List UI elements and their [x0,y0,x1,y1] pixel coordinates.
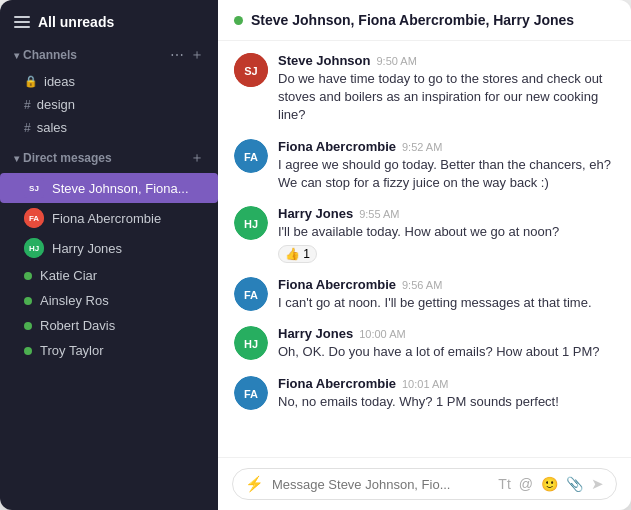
send-icon[interactable]: ➤ [591,475,604,493]
dm-item-ainsley[interactable]: Ainsley Ros [0,288,218,313]
lock-icon: 🔒 [24,75,38,88]
msg-time-4: 9:56 AM [402,279,442,291]
msg-text-1: Do we have time today to go to the store… [278,70,615,125]
dm-name-robert: Robert Davis [40,318,115,333]
dm-item-robert[interactable]: Robert Davis [0,313,218,338]
status-dot-katie [24,272,32,280]
msg-author-5: Harry Jones [278,326,353,341]
hash-icon: # [24,98,31,112]
avatar-msg2: FA [234,139,268,173]
msg-text-3: I'll be available today. How about we go… [278,223,559,241]
svg-text:HJ: HJ [244,218,258,230]
msg-content-4: Fiona Abercrombie 9:56 AM I can't go at … [278,277,592,312]
table-row: FA Fiona Abercrombie 10:01 AM No, no ema… [234,376,615,411]
sidebar-item-ideas[interactable]: 🔒 ideas [0,70,218,93]
emoji-reaction-3[interactable]: 👍 1 [278,245,317,263]
msg-content-1: Steve Johnson 9:50 AM Do we have time to… [278,53,615,125]
msg-header-3: Harry Jones 9:55 AM [278,206,559,221]
add-dm-icon[interactable]: ＋ [190,149,204,167]
dm-name-fiona: Fiona Abercrombie [52,211,161,226]
attach-icon[interactable]: 📎 [566,476,583,492]
channels-section-header[interactable]: ▾ Channels ⋯ ＋ [0,40,218,70]
message-input[interactable] [272,477,490,492]
msg-time-1: 9:50 AM [376,55,416,67]
dm-name-katie: Katie Ciar [40,268,97,283]
dm-section: ▾ Direct mesages ＋ SJ Steve Johnson, Fio… [0,143,218,367]
table-row: HJ Harry Jones 9:55 AM I'll be available… [234,206,615,263]
avatar-icon-fiona: FA [24,208,44,228]
at-icon[interactable]: @ [519,476,533,492]
dm-item-steve-fiona[interactable]: SJ Steve Johnson, Fiona... [0,173,218,203]
avatar-svg-msg6: FA [234,376,268,410]
chat-header: Steve Johnson, Fiona Abercrombie, Harry … [218,0,631,41]
table-row: FA Fiona Abercrombie 9:52 AM I agree we … [234,139,615,192]
avatar-svg-msg2: FA [234,139,268,173]
avatar-svg-msg1: SJ [234,53,268,87]
msg-header-6: Fiona Abercrombie 10:01 AM [278,376,559,391]
chevron-down-icon: ▾ [14,50,19,61]
msg-author-6: Fiona Abercrombie [278,376,396,391]
table-row: FA Fiona Abercrombie 9:56 AM I can't go … [234,277,615,312]
channels-label: Channels [23,48,77,62]
msg-text-2: I agree we should go today. Better than … [278,156,615,192]
avatar-svg-msg3: HJ [234,206,268,240]
msg-text-4: I can't go at noon. I'll be getting mess… [278,294,592,312]
dm-name-harry: Harry Jones [52,241,122,256]
channel-name-sales: sales [37,120,67,135]
dm-section-header-left: ▾ Direct mesages [14,151,112,165]
sidebar-item-design[interactable]: # design [0,93,218,116]
msg-author-4: Fiona Abercrombie [278,277,396,292]
channels-actions: ⋯ ＋ [170,46,204,64]
hash-icon-2: # [24,121,31,135]
emoji-icon[interactable]: 🙂 [541,476,558,492]
dm-item-fiona[interactable]: FA Fiona Abercrombie [0,203,218,233]
msg-time-3: 9:55 AM [359,208,399,220]
svg-text:FA: FA [29,214,39,223]
dm-item-katie[interactable]: Katie Ciar [0,263,218,288]
msg-content-3: Harry Jones 9:55 AM I'll be available to… [278,206,559,263]
svg-text:FA: FA [244,150,258,162]
table-row: HJ Harry Jones 10:00 AM Oh, OK. Do you h… [234,326,615,361]
svg-text:SJ: SJ [244,65,257,77]
dm-item-troy[interactable]: Troy Taylor [0,338,218,363]
sidebar-item-sales[interactable]: # sales [0,116,218,139]
avatar-icon-steve: SJ [24,178,44,198]
avatar-svg-msg4: FA [234,277,268,311]
hamburger-icon[interactable] [14,16,30,28]
avatar-harry: HJ [24,238,44,258]
dm-section-header[interactable]: ▾ Direct mesages ＋ [0,143,218,173]
svg-text:HJ: HJ [244,338,258,350]
avatar-fiona: FA [24,208,44,228]
sidebar: All unreads ▾ Channels ⋯ ＋ 🔒 ideas # des [0,0,218,510]
messages-area: SJ Steve Johnson 9:50 AM Do we have time… [218,41,631,457]
avatar-msg3: HJ [234,206,268,240]
msg-text-6: No, no emails today. Why? 1 PM sounds pe… [278,393,559,411]
svg-text:SJ: SJ [29,184,39,193]
svg-text:FA: FA [244,387,258,399]
dm-item-harry[interactable]: HJ Harry Jones [0,233,218,263]
msg-time-6: 10:01 AM [402,378,448,390]
format-text-icon[interactable]: Tt [498,476,510,492]
msg-text-5: Oh, OK. Do you have a lot of emails? How… [278,343,600,361]
svg-text:FA: FA [244,289,258,301]
msg-content-6: Fiona Abercrombie 10:01 AM No, no emails… [278,376,559,411]
channels-section: ▾ Channels ⋯ ＋ 🔒 ideas # design # sales [0,40,218,143]
msg-header-4: Fiona Abercrombie 9:56 AM [278,277,592,292]
status-dot-ainsley [24,297,32,305]
chat-input-wrapper: ⚡ Tt @ 🙂 📎 ➤ [232,468,617,500]
msg-time-2: 9:52 AM [402,141,442,153]
msg-header-2: Fiona Abercrombie 9:52 AM [278,139,615,154]
avatar-msg4: FA [234,277,268,311]
avatar-steve: SJ [24,178,44,198]
chat-online-dot [234,16,243,25]
avatar-msg6: FA [234,376,268,410]
channel-name-ideas: ideas [44,74,75,89]
chat-area: Steve Johnson, Fiona Abercrombie, Harry … [218,0,631,510]
more-icon[interactable]: ⋯ [170,47,184,63]
dm-label: Direct mesages [23,151,112,165]
channel-name-design: design [37,97,75,112]
status-dot-robert [24,322,32,330]
add-channel-icon[interactable]: ＋ [190,46,204,64]
sidebar-title: All unreads [38,14,114,30]
msg-content-5: Harry Jones 10:00 AM Oh, OK. Do you have… [278,326,600,361]
